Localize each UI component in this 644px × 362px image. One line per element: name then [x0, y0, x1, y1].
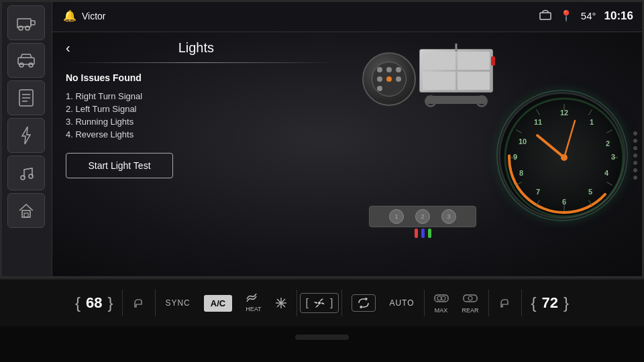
svg-text:7: 7: [536, 188, 540, 196]
svg-line-23: [589, 109, 592, 115]
sidebar-item-home[interactable]: [7, 193, 45, 228]
svg-point-56: [468, 296, 472, 300]
ac-section[interactable]: A/C: [197, 295, 239, 312]
back-button[interactable]: ‹: [66, 40, 70, 56]
panel-title: Lights: [81, 40, 311, 56]
sidebar-item-music[interactable]: [7, 156, 45, 190]
lights-panel: ‹ Lights No Issues Found 1. Right Turn S…: [52, 32, 349, 278]
fan-icon: [313, 296, 326, 310]
svg-rect-14: [22, 210, 30, 217]
svg-text:11: 11: [534, 118, 542, 126]
svg-text:12: 12: [560, 109, 568, 117]
svg-point-54: [441, 296, 445, 300]
recirc-section[interactable]: [345, 294, 382, 312]
panel-header: ‹ Lights: [66, 40, 335, 56]
trailer-visual: [419, 49, 493, 107]
svg-line-26: [606, 182, 612, 185]
controls-bar: { 68 } SYNC A/C HEAT: [0, 278, 644, 326]
list-item: 4. Reverse Lights: [66, 128, 335, 141]
temperature-display: 54°: [581, 10, 596, 21]
svg-text:8: 8: [519, 169, 523, 177]
light-dot-1: 1: [389, 209, 404, 224]
location-icon: 📍: [559, 9, 573, 22]
svg-text:1: 1: [590, 118, 594, 126]
right-bracket-open: {: [531, 294, 537, 312]
svg-line-44: [564, 121, 575, 158]
svg-rect-16: [540, 13, 551, 19]
dots-panel: [629, 131, 642, 180]
rear-label: REAR: [462, 307, 479, 314]
fan-seat-left: [125, 296, 152, 310]
light-dot-2: 2: [415, 209, 430, 224]
seat-icon: [132, 296, 146, 310]
house-status-icon: [539, 9, 551, 23]
svg-line-27: [516, 129, 521, 133]
left-temp-value: 68: [86, 294, 102, 312]
top-bar: 🔔 Victor 📍 54° 10:16: [52, 0, 644, 32]
divider-5: [424, 290, 425, 316]
svg-point-45: [561, 154, 568, 161]
fan-section[interactable]: [ ]: [300, 293, 339, 313]
start-light-test-button[interactable]: Start Light Test: [66, 153, 173, 178]
divider-3: [297, 290, 297, 316]
svg-point-7: [29, 63, 33, 67]
sidebar-item-checklist[interactable]: [7, 80, 45, 115]
right-seat-icon: [498, 296, 512, 310]
bottom-bar: [0, 326, 644, 362]
svg-line-24: [537, 109, 540, 115]
list-item: 1. Right Turn Signal: [66, 90, 335, 103]
left-bracket-close: }: [107, 294, 113, 312]
home-indicator: [295, 335, 349, 340]
svg-point-51: [318, 302, 321, 304]
svg-text:9: 9: [513, 153, 517, 161]
max-label: MAX: [434, 307, 449, 314]
sidebar-item-car[interactable]: [7, 43, 45, 78]
recirc-icon: [358, 298, 370, 308]
status-label: No Issues Found: [66, 72, 335, 83]
rear-section[interactable]: REAR: [455, 292, 486, 314]
pin-5: [386, 76, 392, 82]
main-content: 🔔 Victor 📍 54° 10:16 ‹: [52, 0, 644, 278]
heat-label: HEAT: [246, 306, 261, 312]
pin-4: [377, 76, 382, 82]
sidebar-item-lightning[interactable]: [7, 118, 45, 153]
dot-6: [633, 168, 637, 172]
lights-list: 1. Right Turn Signal 2. Left Turn Signal…: [66, 90, 335, 141]
wire-blue: [421, 229, 425, 238]
snowflake-icon: [275, 297, 287, 309]
svg-text:5: 5: [588, 188, 592, 196]
right-temp-value: 72: [542, 294, 558, 312]
svg-text:3: 3: [611, 153, 615, 161]
light-strip-area: 1 2 3: [369, 206, 476, 238]
svg-rect-1: [31, 21, 35, 25]
dot-1: [633, 131, 637, 135]
svg-text:2: 2: [606, 139, 610, 147]
light-strip-bar: 1 2 3: [369, 206, 476, 227]
wire-green: [428, 229, 431, 238]
pin-3: [396, 67, 401, 72]
svg-line-25: [606, 129, 612, 133]
heat-section[interactable]: HEAT: [239, 294, 268, 312]
ac-button[interactable]: A/C: [204, 295, 232, 312]
analog-clock: 12 1 2 3 4 5 6 7: [498, 92, 626, 219]
username: Victor: [82, 11, 106, 21]
fan-bracket-left: [: [306, 297, 309, 309]
svg-text:10: 10: [519, 137, 527, 145]
trailer-body: [419, 49, 493, 93]
svg-point-53: [437, 296, 441, 300]
sync-section[interactable]: SYNC: [158, 298, 197, 308]
right-temp-section: { 72 }: [525, 294, 576, 312]
sidebar: [0, 0, 52, 278]
connector-plug: [362, 52, 416, 106]
sidebar-item-trailer[interactable]: [7, 5, 45, 40]
max-section[interactable]: MAX: [427, 292, 455, 314]
right-bracket-close: }: [564, 294, 569, 312]
svg-point-6: [19, 63, 23, 67]
svg-text:6: 6: [562, 198, 566, 206]
left-temp-section: { 68 }: [68, 294, 120, 312]
dot-4: [633, 154, 637, 158]
auto-section[interactable]: AUTO: [382, 298, 421, 308]
pin-6: [396, 76, 401, 82]
auto-label: AUTO: [389, 298, 414, 308]
list-item: 3. Running Lights: [66, 115, 335, 128]
